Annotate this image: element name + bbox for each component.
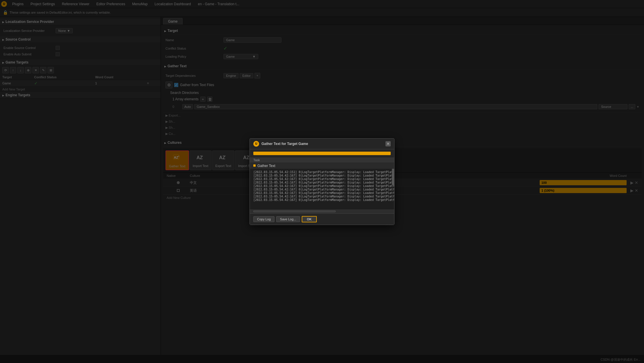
log-line-3: [2022.03.15-05.54.42:167] 0|LogTargetPla… (253, 181, 391, 184)
modal-overlay: U Gather Text for Target Game ✕ Task Gat… (0, 0, 644, 363)
ok-button[interactable]: OK (302, 216, 317, 222)
modal-log: [2022.03.15-05.54.42:151] 0|LogTargetPla… (250, 169, 394, 209)
sub-progress-bar (253, 210, 336, 212)
modal-scrollbar-thumb[interactable] (392, 169, 394, 185)
log-line-2: [2022.03.15-05.54.42:167] 0|LogTargetPla… (253, 177, 391, 181)
gather-text-modal: U Gather Text for Target Game ✕ Task Gat… (250, 138, 394, 225)
log-line-1: [2022.03.15-05.54.42:167] 0|LogTargetPla… (253, 174, 391, 177)
save-log-button[interactable]: Save Log... (276, 216, 300, 222)
modal-task-row: Gather Text (250, 163, 394, 169)
modal-title: Gather Text for Target Game (261, 142, 383, 146)
log-line-4: [2022.03.15-05.54.42:167] 0|LogTargetPla… (253, 184, 391, 188)
modal-progress-bar (253, 152, 391, 155)
modal-task-col-label: Task (253, 158, 260, 162)
modal-footer: Copy Log Save Log... OK (250, 213, 394, 225)
log-line-0: [2022.03.15-05.54.42:151] 0|LogTargetPla… (253, 170, 391, 174)
modal-close-button[interactable]: ✕ (385, 141, 391, 146)
log-line-6: [2022.03.15-05.54.42:167] 0|LogTargetPla… (253, 191, 391, 195)
modal-sub-progress (250, 209, 394, 213)
copy-log-button[interactable]: Copy Log (253, 216, 274, 222)
modal-header: U Gather Text for Target Game ✕ (250, 139, 394, 149)
modal-logo: U (253, 141, 259, 147)
modal-task-header: Task (250, 157, 394, 163)
modal-progress-container (250, 149, 394, 157)
modal-task-name: Gather Text (257, 164, 275, 168)
task-indicator (253, 164, 256, 167)
log-line-8: [2022.03.15-05.54.42:167] 0|LogTargetPla… (253, 198, 391, 202)
log-line-7: [2022.03.15-05.54.42:167] 0|LogTargetPla… (253, 195, 391, 198)
log-line-5: [2022.03.15-05.54.42:167] 0|LogTargetPla… (253, 188, 391, 191)
